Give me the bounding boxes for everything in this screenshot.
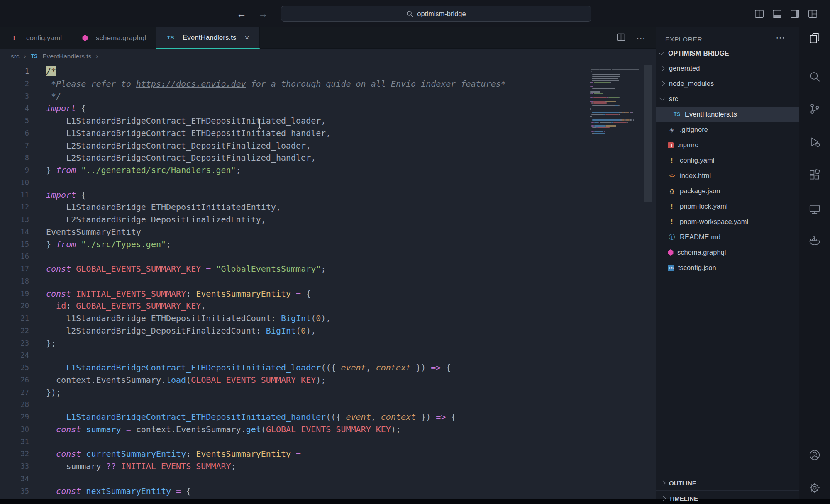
tab-schema.graphql[interactable]: schema.graphql: [72, 27, 156, 49]
code-lines: /* *Please refer to https://docs.envio.d…: [46, 66, 506, 499]
chevron-right-icon: [660, 496, 666, 501]
chevron-right-icon: ›: [95, 52, 98, 61]
split-editor-icon[interactable]: [616, 32, 626, 44]
html-icon: <>: [668, 172, 676, 180]
file-name: README.md: [680, 233, 720, 241]
explorer-item-schema.graphql[interactable]: schema.graphql: [656, 245, 799, 260]
editor-scrollbar[interactable]: [644, 65, 652, 202]
explorer-item-pnpm-workspace.yaml[interactable]: !pnpm-workspace.yaml: [656, 214, 799, 229]
explorer-more-actions-icon[interactable]: ⋯: [776, 32, 785, 43]
explorer-item-tsconfig.json[interactable]: TStsconfig.json: [656, 260, 799, 275]
tsconfig-icon: TS: [668, 265, 674, 271]
file-name: .gitignore: [680, 126, 708, 134]
chevron-right-icon: [659, 66, 665, 71]
accounts-icon[interactable]: [808, 449, 821, 461]
explorer-icon[interactable]: [808, 32, 821, 44]
explorer-item-node_modules[interactable]: node_modules: [656, 76, 799, 91]
remote-icon[interactable]: [808, 203, 821, 215]
close-tab-icon[interactable]: ×: [244, 33, 249, 42]
file-name: EventHandlers.ts: [685, 110, 737, 118]
readme-icon: ⓘ: [668, 234, 676, 241]
customize-layout-icon[interactable]: [807, 8, 818, 19]
run-debug-icon[interactable]: [808, 136, 821, 148]
explorer-tree: generatednode_modulessrcTSEventHandlers.…: [656, 61, 799, 275]
code-editor[interactable]: 1234567891011121314151617181920212223242…: [0, 63, 656, 499]
tab-EventHandlers.ts[interactable]: TSEventHandlers.ts×: [156, 27, 260, 49]
file-name: package.json: [680, 187, 720, 195]
tab-label: schema.graphql: [96, 34, 146, 42]
yaml-icon: !: [668, 218, 676, 226]
chevron-down-icon: [659, 95, 665, 101]
file-name: .npmrc: [677, 141, 698, 149]
explorer-item-config.yaml[interactable]: !config.yaml: [656, 153, 799, 168]
source-control-icon[interactable]: [808, 102, 821, 115]
tab-bar: !config.yamlschema.graphqlTSEventHandler…: [0, 27, 656, 49]
graphql-icon: [668, 249, 674, 256]
yaml-icon: !: [668, 157, 676, 164]
section-timeline[interactable]: TIMELINE: [656, 490, 799, 504]
forward-arrow-icon[interactable]: →: [258, 8, 268, 19]
file-name: tsconfig.json: [678, 264, 716, 272]
vscode-window: ← → optimism-bridge !config.yamlschema.g…: [0, 0, 830, 499]
toggle-secondary-sidebar-icon[interactable]: [789, 8, 801, 19]
explorer-item-pnpm-lock.yaml[interactable]: !pnpm-lock.yaml: [656, 199, 799, 214]
explorer-root-folder[interactable]: OPTIMISM-BRIDGE: [656, 46, 799, 61]
file-name: pnpm-workspace.yaml: [680, 218, 748, 226]
json-icon: {}: [668, 187, 676, 195]
tab-label: config.yaml: [26, 34, 62, 42]
docker-icon[interactable]: [808, 234, 821, 247]
explorer-item-generated[interactable]: generated: [656, 61, 799, 76]
explorer-item-README.md[interactable]: ⓘREADME.md: [656, 229, 799, 245]
file-name: index.html: [680, 172, 711, 180]
command-center-search[interactable]: optimism-bridge: [281, 6, 591, 22]
search-icon[interactable]: [808, 71, 821, 83]
file-name: config.yaml: [680, 156, 714, 164]
toggle-primary-sidebar-icon[interactable]: [754, 8, 765, 19]
activity-bar: [799, 27, 830, 499]
breadcrumb: src›TSEventHandlers.ts›…: [0, 49, 656, 63]
explorer-sidebar: EXPLORER ⋯ OPTIMISM-BRIDGE generatednode…: [656, 27, 799, 499]
chevron-right-icon: [659, 81, 665, 86]
ts-icon: TS: [166, 34, 175, 41]
explorer-item-package.json[interactable]: {}package.json: [656, 183, 799, 199]
file-name: schema.graphql: [677, 248, 726, 256]
explorer-item-EventHandlers.ts[interactable]: TSEventHandlers.ts: [656, 107, 799, 122]
explorer-item-.gitignore[interactable]: ◈.gitignore: [656, 122, 799, 137]
explorer-item-index.html[interactable]: <>index.html: [656, 168, 799, 183]
graphql-icon: [82, 35, 88, 41]
back-arrow-icon[interactable]: ←: [237, 8, 247, 19]
git-icon: ◈: [668, 126, 676, 134]
search-value: optimism-bridge: [417, 10, 466, 18]
explorer-title: EXPLORER: [665, 36, 702, 43]
tab-config.yaml[interactable]: !config.yaml: [0, 27, 72, 49]
section-outline[interactable]: OUTLINE: [656, 475, 799, 490]
tab-label: EventHandlers.ts: [183, 34, 236, 42]
text-cursor-pointer: [256, 118, 262, 129]
titlebar-layout-controls: [754, 0, 818, 27]
yaml-icon: !: [668, 203, 676, 210]
chevron-right-icon: [660, 480, 666, 486]
toggle-panel-icon[interactable]: [771, 8, 783, 19]
file-name: src: [669, 95, 678, 103]
search-icon: [406, 10, 413, 17]
settings-icon[interactable]: [808, 482, 821, 494]
yaml-warning-icon: !: [10, 34, 18, 42]
title-bar: ← → optimism-bridge: [0, 0, 830, 27]
breadcrumb-item[interactable]: EventHandlers.ts: [42, 53, 91, 60]
ts-icon: TS: [30, 53, 38, 60]
explorer-item-.npmrc[interactable]: .npmrc: [656, 137, 799, 153]
file-name: node_modules: [669, 80, 714, 88]
file-name: pnpm-lock.yaml: [680, 202, 728, 210]
ts-icon: TS: [673, 111, 681, 118]
line-numbers: 1234567891011121314151617181920212223242…: [0, 66, 29, 499]
breadcrumb-item[interactable]: src: [11, 53, 20, 60]
tab-bar-tabs: !config.yamlschema.graphqlTSEventHandler…: [0, 27, 656, 48]
breadcrumb-item[interactable]: …: [102, 53, 109, 60]
chevron-down-icon: [659, 50, 664, 55]
explorer-item-src[interactable]: src: [656, 91, 799, 107]
extensions-icon[interactable]: [808, 168, 821, 181]
minimap[interactable]: [590, 67, 641, 183]
file-name: generated: [669, 64, 700, 72]
chevron-right-icon: ›: [24, 52, 26, 61]
editor-more-actions-icon[interactable]: ⋯: [636, 33, 646, 44]
